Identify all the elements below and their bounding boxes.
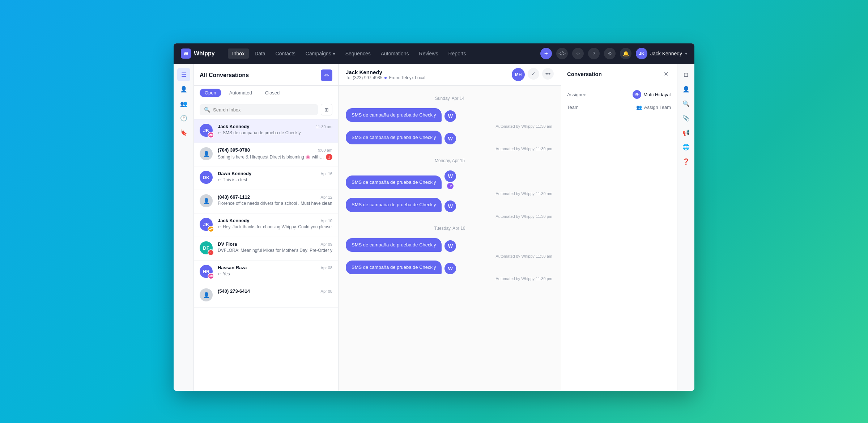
assignee-label: Assignee xyxy=(567,92,586,97)
conv-name: Dawn Kennedy xyxy=(218,171,251,176)
nav-reviews[interactable]: Reviews xyxy=(415,48,443,59)
search-input[interactable] xyxy=(213,107,314,113)
assign-team-button[interactable]: 👥 Assign Team xyxy=(636,105,671,110)
assign-team-label: Assign Team xyxy=(644,105,671,110)
to-phone: To: (323) 997-4985 xyxy=(346,75,382,80)
broadcast-icon[interactable]: 📢 xyxy=(680,126,693,139)
nav-automations[interactable]: Automations xyxy=(376,48,413,59)
conv-info: (704) 395-0788 9:00 am Spring is here & … xyxy=(218,147,332,160)
sub-avatar: LB xyxy=(447,183,454,189)
conv-info: (540) 273-6414 Apr 08 xyxy=(218,288,332,295)
close-button[interactable]: ✕ xyxy=(661,69,671,79)
search-icon[interactable]: 🔍 xyxy=(680,97,693,110)
conv-info: DV Flora Apr 09 DVFLORA: Meaningful Mixe… xyxy=(218,241,332,253)
conv-time: 11:30 am xyxy=(316,124,332,129)
tab-automated[interactable]: Automated xyxy=(224,89,257,97)
message-meta: Automated by Whippy 11:30 am xyxy=(346,124,554,128)
list-item[interactable]: 👤 (540) 273-6414 Apr 08 xyxy=(194,284,338,308)
user-name: Jack Kennedy xyxy=(650,51,682,56)
conv-time: Apr 10 xyxy=(321,219,332,223)
message-row: SMS de campaña de prueba de Checkly W xyxy=(346,108,554,122)
search-input-wrapper: 🔍 xyxy=(200,104,318,115)
whippy-logo: W xyxy=(444,200,456,212)
code-icon[interactable]: </> xyxy=(556,48,568,59)
settings-icon[interactable]: ⚙ xyxy=(604,48,616,59)
date-divider: Tuesday, Apr 16 xyxy=(346,226,554,231)
bell-icon[interactable]: 🔔 xyxy=(620,48,631,59)
avatar-main: 👤 xyxy=(200,288,213,301)
avatar-sub: AT xyxy=(208,226,214,232)
conv-info: Dawn Kennedy Apr 16 ↩ This is a test xyxy=(218,171,332,182)
list-item[interactable]: HR HR Hassan Raza Apr 08 ↩ Yes xyxy=(194,261,338,284)
whippy-logo: W xyxy=(444,263,456,274)
compose-button[interactable]: ✏ xyxy=(321,69,332,81)
avatar-main: 👤 xyxy=(200,147,213,160)
help-circle-icon[interactable]: ❓ xyxy=(680,155,693,168)
avatar: JK AT xyxy=(200,218,214,232)
list-item[interactable]: DK Dawn Kennedy Apr 16 ↩ This is a test xyxy=(194,166,338,190)
message-bubble: SMS de campaña de prueba de Checkly xyxy=(346,108,442,122)
user-menu[interactable]: JK Jack Kennedy ▾ xyxy=(636,48,687,59)
star-icon[interactable]: ☆ xyxy=(572,48,584,59)
list-item[interactable]: DF • DV Flora Apr 09 DVFLORA: Meaningful… xyxy=(194,237,338,261)
tab-open[interactable]: Open xyxy=(200,89,221,97)
logo-area[interactable]: W Whippy xyxy=(181,48,215,59)
header-avatar: MH xyxy=(512,68,525,81)
conv-info: Jack Kennedy Apr 10 ↩ Hey, Jack thanks f… xyxy=(218,218,332,229)
reply-icon: ↩ xyxy=(218,130,221,135)
filter-button[interactable]: ⊞ xyxy=(321,104,332,115)
conv-preview: DVFLORA: Meaningful Mixes for Mother's D… xyxy=(218,248,332,253)
user-profile-icon[interactable]: 👤 xyxy=(680,83,693,96)
list-item[interactable]: JK AT Jack Kennedy Apr 10 ↩ Hey, Jack th… xyxy=(194,213,338,237)
team-label: Team xyxy=(567,105,579,110)
sidebar-inbox-icon[interactable]: ☰ xyxy=(177,68,190,81)
nav-reports[interactable]: Reports xyxy=(444,48,470,59)
nav-sequences[interactable]: Sequences xyxy=(341,48,375,59)
conv-time: Apr 09 xyxy=(321,242,332,246)
avatar: HR HR xyxy=(200,265,214,279)
avatar: DF • xyxy=(200,241,214,256)
chat-header-actions: MH ✓ ••• xyxy=(512,68,554,81)
nav-campaigns[interactable]: Campaigns ▾ xyxy=(301,48,340,59)
conv-name: Hassan Raza xyxy=(218,265,247,270)
list-item[interactable]: 👤 (843) 667-1112 Apr 12 Florence office … xyxy=(194,190,338,213)
conv-preview: Spring is here & Hirequest Direct is blo… xyxy=(218,154,332,160)
attachment-icon[interactable]: 📎 xyxy=(680,111,693,124)
message-bubble: SMS de campaña de prueba de Checkly xyxy=(346,131,442,144)
more-options-icon[interactable]: ••• xyxy=(542,68,554,80)
nav-data[interactable]: Data xyxy=(250,48,270,59)
assignee-avatar: MH xyxy=(633,90,641,99)
sidebar-clock-icon[interactable]: 🕐 xyxy=(177,111,190,124)
logo-icon: W xyxy=(181,48,191,59)
help-icon[interactable]: ? xyxy=(588,48,600,59)
chat-contact-info: Jack Kennedy To: (323) 997-4985 From: Te… xyxy=(346,69,507,80)
nav-inbox[interactable]: Inbox xyxy=(228,48,249,59)
from-source: From: Telnyx Local xyxy=(389,75,425,80)
message-row: SMS de campaña de prueba de Checkly W xyxy=(346,238,554,252)
conv-info: Jack Kennedy 11:30 am ↩ SMS de campaña d… xyxy=(218,124,332,135)
conv-info: Hassan Raza Apr 08 ↩ Yes xyxy=(218,265,332,276)
conv-time: Apr 16 xyxy=(321,172,332,176)
add-button[interactable]: + xyxy=(540,48,552,59)
sidebar-bookmark-icon[interactable]: 🔖 xyxy=(177,126,190,139)
list-item[interactable]: JK MH Jack Kennedy 11:30 am ↩ SMS de cam… xyxy=(194,119,338,143)
nav-right: + </> ☆ ? ⚙ 🔔 JK Jack Kennedy ▾ xyxy=(540,48,687,59)
sidebar-contact-icon[interactable]: 👤 xyxy=(177,83,190,96)
avatar-sub: • xyxy=(208,249,214,256)
conv-time: Apr 08 xyxy=(321,266,332,270)
conv-preview: ↩ This is a test xyxy=(218,177,332,182)
panel-toggle-icon[interactable]: ⊡ xyxy=(680,68,693,81)
nav-contacts[interactable]: Contacts xyxy=(271,48,300,59)
list-item[interactable]: 👤 (704) 395-0788 9:00 am Spring is here … xyxy=(194,143,338,166)
whippy-logo: W xyxy=(444,133,456,144)
check-icon[interactable]: ✓ xyxy=(528,68,539,80)
top-nav: W Whippy Inbox Data Contacts Campaigns ▾… xyxy=(174,43,694,64)
sidebar-people-icon[interactable]: 👥 xyxy=(177,97,190,110)
reply-icon: ↩ xyxy=(218,224,221,229)
avatar: JK MH xyxy=(200,124,214,138)
message-bubble: SMS de campaña de prueba de Checkly xyxy=(346,198,442,212)
tab-closed[interactable]: Closed xyxy=(260,89,285,97)
translate-icon[interactable]: 🌐 xyxy=(680,140,693,153)
avatar: DK xyxy=(200,171,214,185)
search-icon: 🔍 xyxy=(204,107,210,113)
